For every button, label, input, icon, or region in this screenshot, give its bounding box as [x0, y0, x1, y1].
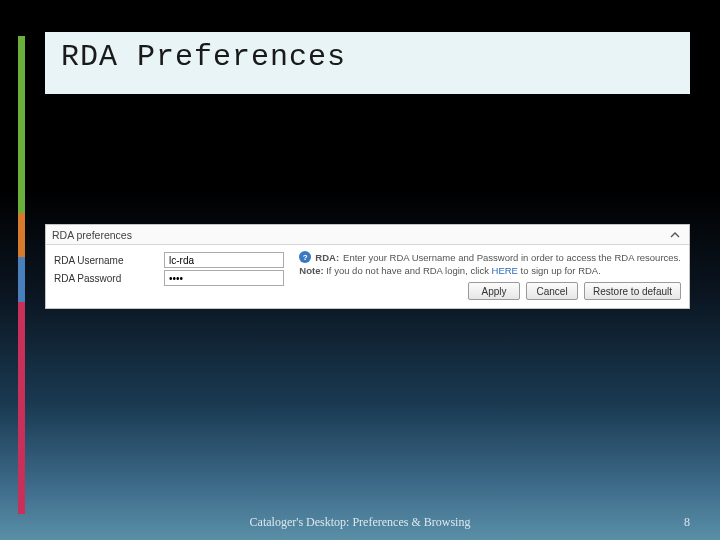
password-row: RDA Password — [54, 269, 287, 287]
form-column: RDA Username RDA Password — [54, 251, 287, 300]
info-line-2: Note: If you do not have and RDA login, … — [299, 265, 681, 276]
panel-header-label: RDA preferences — [52, 229, 132, 241]
rda-preferences-panel: RDA preferences RDA Username RDA Passwor… — [45, 224, 690, 309]
footer-title: Cataloger's Desktop: Preferences & Brows… — [0, 515, 720, 530]
button-row: Apply Cancel Restore to default — [299, 282, 681, 300]
help-icon: ? — [299, 251, 311, 263]
slide: RDA Preferences RDA preferences RDA User… — [0, 0, 720, 540]
stripe-green — [18, 36, 25, 213]
panel-body: RDA Username RDA Password ? RDA: Enter y… — [46, 245, 689, 308]
page-number: 8 — [684, 515, 690, 530]
note-label: Note: — [299, 265, 323, 276]
note-text-2: to sign up for RDA. — [521, 265, 601, 276]
title-box: RDA Preferences — [45, 32, 690, 94]
username-input[interactable] — [164, 252, 284, 268]
cancel-button[interactable]: Cancel — [526, 282, 578, 300]
info-prefix: RDA: — [315, 252, 339, 263]
restore-default-button[interactable]: Restore to default — [584, 282, 681, 300]
stripe-pink — [18, 302, 25, 514]
password-label: RDA Password — [54, 273, 164, 284]
stripe-orange — [18, 213, 25, 257]
signup-link[interactable]: HERE — [492, 265, 518, 276]
info-column: ? RDA: Enter your RDA Username and Passw… — [299, 251, 681, 300]
panel-header[interactable]: RDA preferences — [46, 225, 689, 245]
info-text-1: Enter your RDA Username and Password in … — [343, 252, 681, 263]
note-text-1: If you do not have and RDA login, click — [326, 265, 489, 276]
username-row: RDA Username — [54, 251, 287, 269]
info-line-1: ? RDA: Enter your RDA Username and Passw… — [299, 251, 681, 263]
password-input[interactable] — [164, 270, 284, 286]
accent-stripes — [18, 36, 25, 514]
slide-title: RDA Preferences — [61, 40, 674, 74]
stripe-blue — [18, 257, 25, 301]
collapse-icon[interactable] — [669, 229, 681, 241]
apply-button[interactable]: Apply — [468, 282, 520, 300]
username-label: RDA Username — [54, 255, 164, 266]
